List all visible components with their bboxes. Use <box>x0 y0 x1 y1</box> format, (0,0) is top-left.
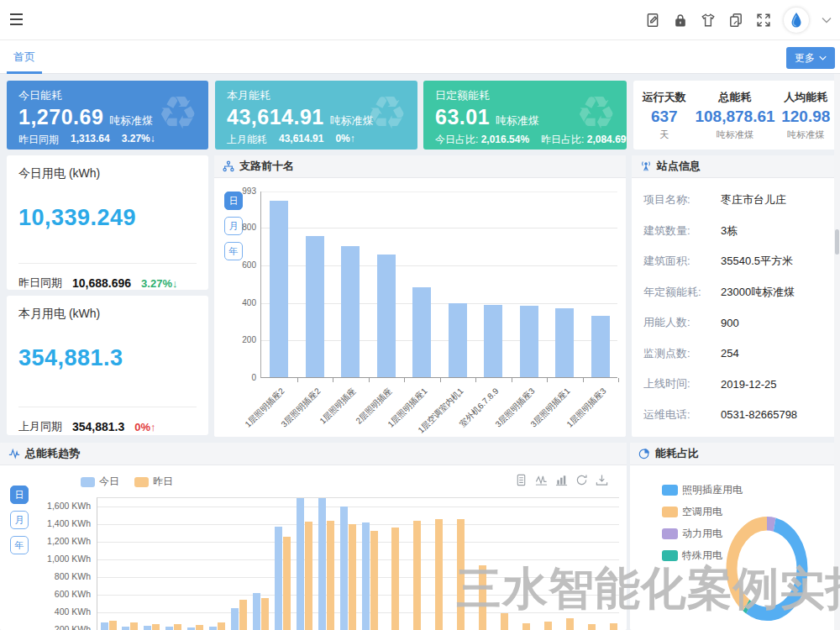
card-daily-quota: 日定额能耗 63.01吨标准煤 今日占比: 2,016.54% 昨日占比: 2,… <box>423 81 627 150</box>
compare-label: 昨日同期 <box>18 276 62 291</box>
app-logo[interactable] <box>784 8 809 33</box>
scrollbar-thumb[interactable] <box>835 229 839 255</box>
scrollbar-track[interactable] <box>834 74 840 630</box>
fullscreen-icon[interactable] <box>756 13 771 28</box>
branch-period-year[interactable]: 年 <box>224 242 243 260</box>
restore-icon[interactable] <box>575 474 588 486</box>
data-view-icon[interactable] <box>515 474 528 486</box>
site-info-row: 建筑数量:3栋 <box>632 216 837 247</box>
branch-top10-panel: 支路前十名 日月年 02004006008009931层照明插座23层照明插座2… <box>214 155 626 437</box>
y-tick-label: 993 <box>218 186 256 196</box>
compare-value: 354,881.3 <box>72 420 124 433</box>
bar-yesterday <box>522 623 530 630</box>
site-info-row: 建筑面积:35540.5平方米 <box>632 246 837 277</box>
card-change: 0%↑ <box>335 133 354 147</box>
bar <box>341 246 360 377</box>
x-tick <box>547 378 548 382</box>
line-chart-icon[interactable] <box>535 474 548 486</box>
card-change: 3.27%↓ <box>122 133 155 147</box>
branch-bar-chart: 02004006008009931层照明插座23层照明插座21层照明插座2层照明… <box>260 192 617 378</box>
today-electricity-card: 今日用电 (kWh) 10,339.249 昨日同期 10,688.696 3.… <box>7 155 208 290</box>
more-button-label: 更多 <box>795 51 815 66</box>
save-image-icon[interactable] <box>596 474 608 486</box>
bar-chart-icon[interactable] <box>555 474 568 486</box>
legend-swatch <box>662 528 678 539</box>
site-row-label: 建筑数量: <box>643 223 721 239</box>
summary-stat: 总能耗108,878.61吨标准煤 <box>695 90 774 141</box>
x-tick <box>297 378 298 382</box>
card-title: 今日用电 (kWh) <box>18 166 197 181</box>
site-row-value: 254 <box>721 347 739 360</box>
bar-yesterday <box>239 600 247 630</box>
x-tick <box>618 378 619 382</box>
trend-period-day[interactable]: 日 <box>10 486 29 504</box>
card-title: 本月用电 (kWh) <box>18 307 197 322</box>
stat-value: 108,878.61 <box>695 108 774 126</box>
site-row-label: 年定额能耗: <box>643 285 721 300</box>
card-unit: 吨标准煤 <box>496 114 539 127</box>
legend-item[interactable]: 昨日 <box>134 475 173 489</box>
y-tick-label: 200 KWh <box>32 624 91 630</box>
legend-item[interactable]: 照明插座用电 <box>662 483 743 497</box>
y-tick-label: 0 <box>218 373 256 382</box>
site-row-value: 23000吨标准煤 <box>721 285 795 300</box>
bar-yesterday <box>501 613 508 630</box>
trend-period-month[interactable]: 月 <box>10 511 29 529</box>
bar-yesterday <box>305 522 312 630</box>
panel-title: 能耗占比 <box>655 446 699 461</box>
bar-yesterday <box>479 565 486 630</box>
panel-header: 支路前十名 <box>214 155 626 178</box>
bar-yesterday <box>610 623 617 630</box>
tab-home[interactable]: 首页 <box>7 40 42 74</box>
site-info-row: 运维电话:0531-82665798 <box>632 400 837 431</box>
trend-period-year[interactable]: 年 <box>10 536 29 554</box>
energy-trend-panel: 总能耗趋势 今日昨日 日月年 1,600 KWh1,400 KWh1,200 K… <box>0 443 627 630</box>
card-month-energy: 本月能耗 43,614.91吨标准煤 上月能耗43,614.910%↑ ♻ <box>215 81 417 150</box>
bar <box>270 201 288 377</box>
edit-note-icon[interactable] <box>645 13 660 28</box>
site-row-value: 900 <box>721 317 739 329</box>
site-row-value: 35540.5平方米 <box>721 254 793 269</box>
site-info-row: 用能人数:900 <box>632 307 837 339</box>
stat-value: 637 <box>633 108 695 126</box>
theme-shirt-icon[interactable] <box>701 13 716 28</box>
card-sub-label: 上月能耗 <box>227 133 267 147</box>
pulse-icon <box>8 448 20 459</box>
bar-today <box>122 627 129 630</box>
y-tick-label: 800 KWh <box>32 571 91 581</box>
site-info-row: 监测点数:254 <box>632 339 837 370</box>
stat-unit: 吨标准煤 <box>775 129 837 141</box>
y-tick-label: 400 KWh <box>32 606 91 617</box>
y-tick-label: 1,000 KWh <box>32 554 91 564</box>
y-tick-label: 1,200 KWh <box>32 536 91 546</box>
bar-today <box>101 622 108 630</box>
change-percent: 3.27%↓ <box>141 277 177 290</box>
lock-icon[interactable] <box>673 13 688 28</box>
site-row-label: 监测点数: <box>643 346 721 361</box>
bar-yesterday <box>283 537 291 630</box>
copy-icon[interactable] <box>728 13 743 28</box>
month-electricity-card: 本月用电 (kWh) 354,881.3 上月同期 354,881.3 0%↑ <box>7 296 208 435</box>
chevron-down-icon[interactable] <box>822 15 832 25</box>
site-row-value: 0531-82665798 <box>721 408 797 421</box>
pie-chart-icon <box>638 448 650 459</box>
bar-today <box>297 498 304 630</box>
bar-yesterday <box>413 521 421 630</box>
bar-today <box>340 507 348 630</box>
more-button[interactable]: 更多 <box>786 47 835 69</box>
site-row-label: 运维电话: <box>643 407 721 423</box>
main-content: 今日能耗 1,270.69吨标准煤 昨日同期1,313.643.27%↓ ♻ 本… <box>0 74 840 630</box>
x-tick <box>440 378 441 382</box>
card-sub-value: 1,313.64 <box>71 133 110 147</box>
x-tick <box>475 378 476 382</box>
change-percent: 0%↑ <box>134 421 155 433</box>
panel-title: 总能耗趋势 <box>25 446 80 461</box>
gridline <box>97 524 619 525</box>
energy-ratio-panel: 能耗占比 照明插座用电空调用电动力用电特殊用电 <box>630 443 840 630</box>
stat-label: 总能耗 <box>695 90 774 105</box>
trend-legend: 今日昨日 <box>81 475 173 489</box>
gridline <box>97 612 619 613</box>
card-today-energy: 今日能耗 1,270.69吨标准煤 昨日同期1,313.643.27%↓ ♻ <box>7 81 208 150</box>
legend-item[interactable]: 今日 <box>81 475 119 489</box>
menu-icon[interactable] <box>10 13 25 29</box>
